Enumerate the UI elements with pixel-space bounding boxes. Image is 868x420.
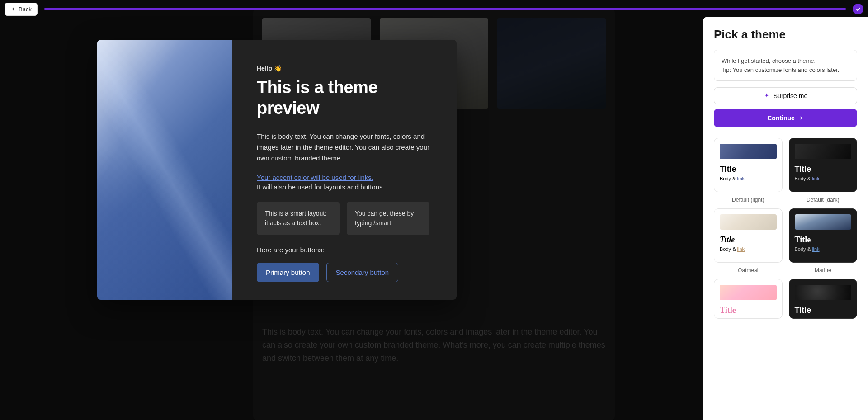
top-bar: Back	[0, 0, 868, 18]
theme-grid: Title Body & link Default (light) Title …	[714, 138, 857, 319]
theme-title-sample: Title	[720, 165, 777, 174]
surprise-me-label: Surprise me	[774, 92, 807, 99]
primary-button[interactable]: Primary button	[257, 263, 319, 282]
theme-hero-image	[720, 285, 777, 300]
theme-title-sample: Title	[795, 235, 852, 245]
back-label: Back	[19, 6, 32, 13]
back-button[interactable]: Back	[5, 3, 38, 16]
theme-body-sample: Body & link	[720, 176, 777, 181]
secondary-button[interactable]: Secondary button	[326, 263, 399, 282]
theme-body-sample: Body & link	[795, 176, 852, 181]
sidebar-info-line2: Tip: You can customize fonts and colors …	[722, 66, 849, 75]
theme-card-marine[interactable]: Title Body & link Marine	[789, 208, 858, 274]
preview-buttons-label: Here are your buttons:	[257, 246, 429, 254]
theme-preview-oatmeal: Title Body & link	[714, 208, 783, 263]
preview-body-text: This is body text. You can change your f…	[257, 131, 429, 164]
theme-body-sample: Body & link	[720, 246, 777, 252]
theme-body-sample: Body & link	[720, 317, 777, 319]
theme-label: Default (light)	[714, 197, 783, 203]
theme-link-sample: link	[737, 246, 745, 252]
sparkle-icon	[764, 93, 770, 99]
progress-complete-indicator	[853, 4, 863, 14]
preview-greeting: Hello 👋	[257, 65, 429, 72]
theme-title-sample: Title	[795, 165, 852, 174]
theme-body-sample: Body & link	[795, 246, 852, 252]
theme-preview-default-dark: Title Body & link	[789, 138, 858, 192]
theme-hero-image	[720, 214, 777, 230]
theme-title-sample: Title	[720, 306, 777, 315]
background-body-text: This is body text. You can change your f…	[262, 326, 606, 364]
arrow-left-icon	[10, 6, 16, 12]
theme-preview-marine: Title Body & link	[789, 208, 858, 263]
arrow-right-icon	[798, 115, 804, 121]
theme-hero-image	[720, 144, 777, 159]
continue-label: Continue	[767, 114, 795, 122]
smart-box-1: This is a smart layout: it acts as a tex…	[257, 202, 340, 235]
progress-fill	[44, 8, 846, 10]
theme-hero-image	[795, 214, 852, 230]
theme-body-sample: Body & link	[795, 317, 852, 319]
preview-accent-sub: It will also be used for layouts and but…	[257, 183, 429, 191]
theme-sidebar: Pick a theme While I get started, choose…	[703, 17, 868, 420]
theme-card-oatmeal[interactable]: Title Body & link Oatmeal	[714, 208, 783, 274]
preview-button-row: Primary button Secondary button	[257, 263, 429, 282]
theme-label: Marine	[789, 267, 858, 274]
theme-card-dark-alt[interactable]: Title Body & link	[789, 279, 858, 319]
theme-preview-peach: Title Body & link	[714, 279, 783, 319]
background-image-3	[497, 18, 606, 109]
theme-preview-dark-alt: Title Body & link	[789, 279, 858, 319]
preview-title: This is a theme preview	[257, 77, 429, 118]
theme-link-sample: link	[812, 246, 820, 252]
theme-link-sample: link	[737, 317, 745, 319]
theme-hero-image	[795, 285, 852, 300]
smart-layout-row: This is a smart layout: it acts as a tex…	[257, 202, 429, 235]
smart-box-2: You can get these by typing /smart	[347, 202, 429, 235]
theme-card-peach[interactable]: Title Body & link	[714, 279, 783, 319]
theme-label: Oatmeal	[714, 267, 783, 274]
theme-preview-default-light: Title Body & link	[714, 138, 783, 192]
sidebar-info-box: While I get started, choose a theme. Tip…	[714, 50, 857, 81]
theme-link-sample: link	[812, 317, 820, 319]
continue-button[interactable]: Continue	[714, 109, 857, 127]
theme-link-sample: link	[737, 176, 745, 181]
theme-hero-image	[795, 144, 852, 159]
check-icon	[855, 6, 861, 12]
preview-accent-link[interactable]: Your accent color will be used for links…	[257, 174, 429, 181]
theme-card-default-light[interactable]: Title Body & link Default (light)	[714, 138, 783, 203]
theme-preview-modal: Hello 👋 This is a theme preview This is …	[97, 40, 457, 300]
theme-label: Default (dark)	[789, 197, 858, 203]
sidebar-info-line1: While I get started, choose a theme.	[722, 57, 849, 66]
theme-card-default-dark[interactable]: Title Body & link Default (dark)	[789, 138, 858, 203]
preview-content: Hello 👋 This is a theme preview This is …	[232, 40, 457, 300]
preview-hero-image	[97, 40, 232, 300]
theme-title-sample: Title	[720, 235, 777, 245]
progress-bar	[44, 8, 846, 10]
theme-title-sample: Title	[795, 306, 852, 315]
theme-link-sample: link	[812, 176, 820, 181]
surprise-me-button[interactable]: Surprise me	[714, 87, 857, 104]
sidebar-title: Pick a theme	[714, 28, 857, 42]
